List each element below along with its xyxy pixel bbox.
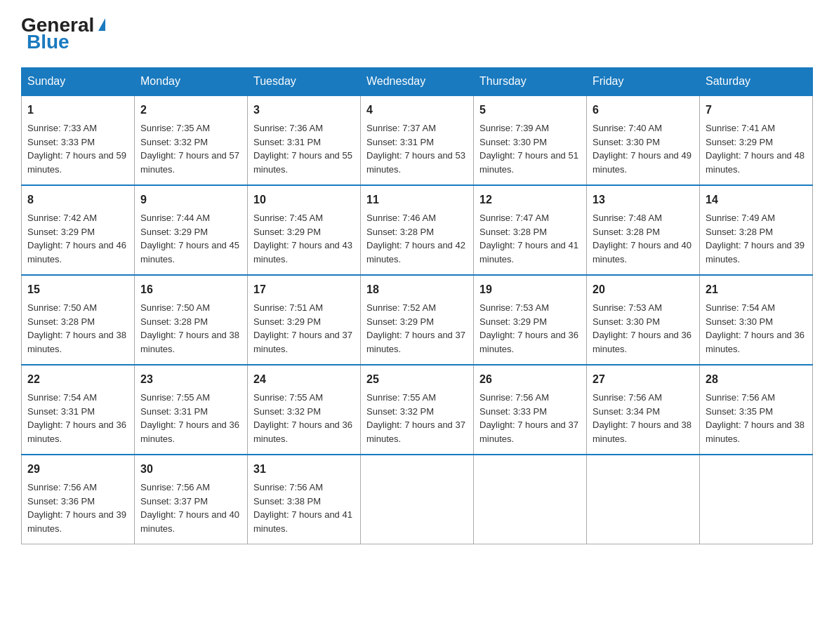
calendar-header-row: SundayMondayTuesdayWednesdayThursdayFrid… [22, 68, 813, 96]
day-number: 11 [366, 192, 468, 208]
day-daylight: Daylight: 7 hours and 46 minutes. [27, 240, 126, 264]
day-sunrise: Sunrise: 7:55 AM [140, 392, 210, 403]
calendar-cell: 18Sunrise: 7:52 AMSunset: 3:29 PMDayligh… [361, 275, 474, 365]
calendar-cell: 24Sunrise: 7:55 AMSunset: 3:32 PMDayligh… [248, 365, 361, 455]
day-sunrise: Sunrise: 7:49 AM [706, 213, 775, 223]
day-sunrise: Sunrise: 7:46 AM [366, 213, 436, 223]
calendar-cell [587, 455, 700, 544]
day-sunrise: Sunrise: 7:56 AM [140, 482, 210, 492]
day-sunrise: Sunrise: 7:50 AM [140, 302, 210, 313]
calendar-cell: 9Sunrise: 7:44 AMSunset: 3:29 PMDaylight… [135, 185, 248, 275]
day-sunset: Sunset: 3:29 PM [366, 316, 434, 327]
day-number: 16 [140, 281, 241, 298]
calendar-cell: 1Sunrise: 7:33 AMSunset: 3:33 PMDaylight… [22, 95, 135, 185]
page-header: General Blue [21, 14, 813, 53]
day-number: 19 [479, 281, 581, 298]
column-header-wednesday: Wednesday [361, 68, 474, 96]
day-sunrise: Sunrise: 7:42 AM [27, 213, 97, 223]
day-daylight: Daylight: 7 hours and 49 minutes. [593, 150, 691, 175]
day-sunrise: Sunrise: 7:35 AM [140, 123, 210, 133]
calendar-cell: 7Sunrise: 7:41 AMSunset: 3:29 PMDaylight… [700, 95, 813, 185]
day-number: 15 [27, 281, 128, 298]
day-sunrise: Sunrise: 7:51 AM [253, 302, 323, 313]
calendar-cell: 30Sunrise: 7:56 AMSunset: 3:37 PMDayligh… [135, 455, 248, 544]
day-number: 4 [366, 102, 468, 119]
logo-triangle-icon [98, 18, 105, 31]
column-header-monday: Monday [135, 68, 248, 96]
day-number: 28 [706, 371, 807, 388]
calendar-cell: 2Sunrise: 7:35 AMSunset: 3:32 PMDaylight… [135, 95, 248, 185]
day-sunset: Sunset: 3:30 PM [706, 316, 773, 327]
day-sunrise: Sunrise: 7:33 AM [27, 123, 97, 133]
day-daylight: Daylight: 7 hours and 59 minutes. [27, 150, 126, 175]
calendar-cell: 31Sunrise: 7:56 AMSunset: 3:38 PMDayligh… [248, 455, 361, 544]
day-daylight: Daylight: 7 hours and 36 minutes. [140, 420, 239, 444]
calendar-cell: 20Sunrise: 7:53 AMSunset: 3:30 PMDayligh… [587, 275, 700, 365]
calendar-cell: 23Sunrise: 7:55 AMSunset: 3:31 PMDayligh… [135, 365, 248, 455]
day-sunrise: Sunrise: 7:41 AM [706, 123, 775, 133]
day-sunset: Sunset: 3:35 PM [706, 406, 773, 417]
day-sunset: Sunset: 3:32 PM [253, 406, 321, 417]
day-number: 27 [593, 371, 694, 388]
calendar-cell: 3Sunrise: 7:36 AMSunset: 3:31 PMDaylight… [248, 95, 361, 185]
day-number: 22 [27, 371, 128, 388]
calendar-week-row: 8Sunrise: 7:42 AMSunset: 3:29 PMDaylight… [22, 185, 813, 275]
day-sunset: Sunset: 3:29 PM [253, 227, 321, 237]
day-sunset: Sunset: 3:31 PM [140, 406, 208, 417]
day-daylight: Daylight: 7 hours and 51 minutes. [479, 150, 578, 175]
day-number: 8 [27, 192, 128, 208]
day-sunset: Sunset: 3:33 PM [479, 406, 547, 417]
day-number: 21 [706, 281, 807, 298]
day-sunset: Sunset: 3:36 PM [27, 496, 95, 507]
day-sunset: Sunset: 3:29 PM [253, 316, 321, 327]
day-sunset: Sunset: 3:28 PM [479, 227, 547, 237]
calendar-cell [474, 455, 587, 544]
day-sunset: Sunset: 3:28 PM [706, 227, 773, 237]
day-daylight: Daylight: 7 hours and 57 minutes. [140, 150, 239, 175]
day-sunrise: Sunrise: 7:54 AM [706, 302, 775, 313]
day-sunset: Sunset: 3:33 PM [27, 137, 95, 147]
day-daylight: Daylight: 7 hours and 37 minutes. [479, 420, 578, 444]
calendar-cell: 22Sunrise: 7:54 AMSunset: 3:31 PMDayligh… [22, 365, 135, 455]
calendar-cell: 12Sunrise: 7:47 AMSunset: 3:28 PMDayligh… [474, 185, 587, 275]
day-sunrise: Sunrise: 7:48 AM [593, 213, 662, 223]
day-sunset: Sunset: 3:30 PM [593, 137, 660, 147]
day-sunrise: Sunrise: 7:55 AM [253, 392, 323, 403]
column-header-thursday: Thursday [474, 68, 587, 96]
day-daylight: Daylight: 7 hours and 38 minutes. [706, 420, 805, 444]
day-sunrise: Sunrise: 7:56 AM [593, 392, 662, 403]
calendar-cell: 25Sunrise: 7:55 AMSunset: 3:32 PMDayligh… [361, 365, 474, 455]
day-daylight: Daylight: 7 hours and 36 minutes. [27, 420, 126, 444]
day-number: 12 [479, 192, 581, 208]
calendar-cell: 15Sunrise: 7:50 AMSunset: 3:28 PMDayligh… [22, 275, 135, 365]
day-sunrise: Sunrise: 7:55 AM [366, 392, 436, 403]
calendar-cell: 29Sunrise: 7:56 AMSunset: 3:36 PMDayligh… [22, 455, 135, 544]
day-sunrise: Sunrise: 7:53 AM [593, 302, 662, 313]
logo-blue-text: Blue [27, 31, 70, 53]
calendar-cell: 5Sunrise: 7:39 AMSunset: 3:30 PMDaylight… [474, 95, 587, 185]
day-number: 6 [593, 102, 694, 119]
calendar-cell: 11Sunrise: 7:46 AMSunset: 3:28 PMDayligh… [361, 185, 474, 275]
day-sunrise: Sunrise: 7:37 AM [366, 123, 436, 133]
day-sunrise: Sunrise: 7:40 AM [593, 123, 662, 133]
day-daylight: Daylight: 7 hours and 42 minutes. [366, 240, 465, 264]
day-sunrise: Sunrise: 7:52 AM [366, 302, 436, 313]
day-sunset: Sunset: 3:29 PM [706, 137, 773, 147]
day-number: 20 [593, 281, 694, 298]
day-daylight: Daylight: 7 hours and 39 minutes. [27, 509, 126, 534]
day-daylight: Daylight: 7 hours and 39 minutes. [706, 240, 805, 264]
day-daylight: Daylight: 7 hours and 41 minutes. [479, 240, 578, 264]
day-number: 10 [253, 192, 355, 208]
calendar-cell [700, 455, 813, 544]
calendar-cell: 27Sunrise: 7:56 AMSunset: 3:34 PMDayligh… [587, 365, 700, 455]
day-sunset: Sunset: 3:28 PM [140, 316, 208, 327]
logo: General Blue [21, 14, 105, 53]
day-daylight: Daylight: 7 hours and 41 minutes. [253, 509, 352, 534]
day-sunset: Sunset: 3:29 PM [27, 227, 95, 237]
day-sunrise: Sunrise: 7:56 AM [479, 392, 549, 403]
day-sunrise: Sunrise: 7:56 AM [253, 482, 323, 492]
column-header-tuesday: Tuesday [248, 68, 361, 96]
day-number: 3 [253, 102, 355, 119]
day-number: 17 [253, 281, 355, 298]
day-sunrise: Sunrise: 7:56 AM [706, 392, 775, 403]
